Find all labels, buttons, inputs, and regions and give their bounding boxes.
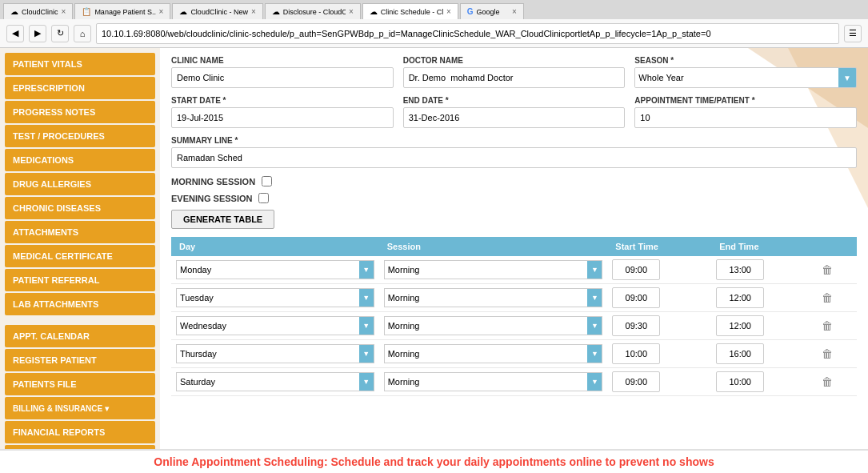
sidebar-item-drug-allergies[interactable]: DRUG ALLERGIES: [5, 173, 155, 195]
season-select-arrow: ▼: [838, 68, 856, 87]
tab-close[interactable]: ×: [62, 7, 66, 16]
clinic-name-input[interactable]: [171, 67, 394, 88]
doctor-name-group: DOCTOR NAME: [403, 56, 626, 88]
delete-row-button[interactable]: 🗑: [820, 290, 834, 306]
day-select-wrapper: MondayTuesdayWednesdayThursdayFridaySatu…: [176, 372, 374, 391]
tab-close[interactable]: ×: [159, 7, 164, 16]
sidebar-item-test-procedures[interactable]: TEST / PROCEDURES: [5, 125, 155, 147]
day-select[interactable]: MondayTuesdayWednesdayThursdayFridaySatu…: [177, 261, 359, 279]
evening-session-checkbox[interactable]: [258, 193, 269, 203]
sidebar-item-medications[interactable]: MEDICATIONS: [5, 149, 155, 171]
doctor-name-label: DOCTOR NAME: [403, 56, 626, 65]
day-cell: MondayTuesdayWednesdayThursdayFridaySatu…: [171, 284, 379, 312]
start-time-cell: [607, 256, 711, 284]
end-date-group: END DATE *: [403, 96, 626, 128]
day-select-wrapper: MondayTuesdayWednesdayThursdayFridaySatu…: [176, 344, 374, 363]
col-actions: [815, 237, 857, 256]
tab-close[interactable]: ×: [512, 7, 517, 16]
start-time-input[interactable]: [612, 343, 660, 364]
sidebar-item-lab-attachments[interactable]: LAB ATTACHMENTS: [5, 293, 155, 315]
settings-button[interactable]: ☰: [844, 25, 862, 42]
session-select-wrapper: MorningEvening ▼: [384, 288, 603, 307]
form-row-1: CLINIC NAME DOCTOR NAME SEASON * Whole Y…: [171, 56, 857, 88]
refresh-button[interactable]: ↻: [51, 25, 69, 42]
table-header: Day Session Start Time End Time: [171, 237, 857, 256]
end-date-label: END DATE *: [403, 96, 626, 105]
clinic-name-group: CLINIC NAME: [171, 56, 394, 88]
start-time-input[interactable]: [612, 315, 660, 336]
table-row: MondayTuesdayWednesdayThursdayFridaySatu…: [171, 368, 857, 396]
sidebar-item-financial-reports[interactable]: FINANCIAL REPORTS: [5, 421, 155, 443]
browser-chrome: ☁ CloudClinic × 📋 Manage Patient S... × …: [0, 0, 868, 48]
morning-session-row: MORNING SESSION: [171, 176, 857, 186]
tab-label: Clinic Schedule - Cloud...: [381, 8, 443, 16]
delete-row-button[interactable]: 🗑: [820, 346, 834, 362]
session-select[interactable]: MorningEvening: [385, 345, 588, 363]
day-select[interactable]: MondayTuesdayWednesdayThursdayFridaySatu…: [177, 345, 359, 363]
day-select[interactable]: MondayTuesdayWednesdayThursdayFridaySatu…: [177, 373, 359, 391]
tab-cloudclinic[interactable]: ☁ CloudClinic ×: [3, 3, 73, 19]
sidebar-item-medical-certificate[interactable]: MEDICAL CERTIFICATE: [5, 245, 155, 267]
season-select[interactable]: Whole Year Summer Winter Ramadan: [635, 68, 838, 87]
doctor-name-input[interactable]: [403, 67, 626, 88]
end-time-input[interactable]: [716, 315, 764, 336]
col-session: Session: [379, 237, 608, 256]
end-date-input[interactable]: [403, 107, 626, 128]
sidebar-item-attachments[interactable]: ATTACHMENTS: [5, 221, 155, 243]
start-time-cell: [607, 340, 711, 368]
session-cell: MorningEvening ▼: [379, 312, 608, 340]
sidebar-item-billing-insurance[interactable]: BILLING & INSURANCE ▾: [5, 397, 155, 419]
summary-line-input[interactable]: [171, 147, 857, 168]
session-select[interactable]: MorningEvening: [385, 317, 588, 335]
tab-close[interactable]: ×: [251, 7, 256, 16]
end-time-input[interactable]: [716, 287, 764, 308]
tab-manage-patient[interactable]: 📋 Manage Patient S... ×: [74, 3, 170, 19]
tab-google[interactable]: G Google ×: [460, 3, 524, 19]
sidebar-item-appt-calendar[interactable]: APPT. CALENDAR: [5, 325, 155, 347]
tab-bar: ☁ CloudClinic × 📋 Manage Patient S... × …: [0, 0, 868, 19]
end-time-input[interactable]: [716, 343, 764, 364]
session-select-arrow: ▼: [587, 317, 602, 335]
tab-close[interactable]: ×: [446, 7, 451, 16]
tab-disclosure[interactable]: ☁ Disclosure - CloudClin... ×: [265, 3, 361, 19]
session-select[interactable]: MorningEvening: [385, 261, 588, 279]
day-select[interactable]: MondayTuesdayWednesdayThursdayFridaySatu…: [177, 317, 359, 335]
day-select[interactable]: MondayTuesdayWednesdayThursdayFridaySatu…: [177, 289, 359, 307]
tab-cloudclinic-new[interactable]: ☁ CloudClinic - New ×: [172, 3, 262, 19]
end-time-input[interactable]: [716, 259, 764, 280]
tab-label: Manage Patient S...: [94, 8, 155, 16]
banner-description: Schedule and track your daily appointmen…: [330, 455, 714, 468]
delete-cell: 🗑: [815, 284, 857, 312]
morning-session-checkbox[interactable]: [262, 176, 272, 186]
sidebar-item-patient-referral[interactable]: PATIENT REFERRAL: [5, 269, 155, 291]
session-cell: MorningEvening ▼: [379, 340, 608, 368]
session-select[interactable]: MorningEvening: [385, 289, 588, 307]
tab-clinic-schedule[interactable]: ☁ Clinic Schedule - Cloud... ×: [362, 3, 458, 19]
sidebar-item-progress-notes[interactable]: PROGRESS NOTES: [5, 101, 155, 123]
sidebar-item-register-patient[interactable]: REGISTER PATIENT: [5, 349, 155, 371]
start-time-input[interactable]: [612, 371, 660, 392]
start-time-input[interactable]: [612, 287, 660, 308]
content-area: CLINIC NAME DOCTOR NAME SEASON * Whole Y…: [160, 48, 868, 473]
start-time-input[interactable]: [612, 259, 660, 280]
tab-favicon: ☁: [10, 7, 18, 16]
sidebar-item-eprescription[interactable]: EPRESCRIPTION: [5, 77, 155, 99]
back-button[interactable]: ◀: [6, 25, 24, 42]
sidebar-item-patients-file[interactable]: PATIENTS FILE: [5, 373, 155, 395]
end-time-input[interactable]: [716, 371, 764, 392]
tab-close[interactable]: ×: [349, 7, 354, 16]
session-select[interactable]: MorningEvening: [385, 373, 588, 391]
sidebar-item-chronic-diseases[interactable]: CHRONIC DISEASES: [5, 197, 155, 219]
delete-row-button[interactable]: 🗑: [820, 374, 834, 390]
day-cell: MondayTuesdayWednesdayThursdayFridaySatu…: [171, 256, 379, 284]
home-button[interactable]: ⌂: [74, 25, 91, 42]
generate-table-button[interactable]: GENERATE TABLE: [171, 210, 274, 229]
appt-time-input[interactable]: [634, 107, 857, 128]
tab-favicon: 📋: [82, 7, 91, 16]
address-bar[interactable]: [96, 23, 839, 44]
sidebar-item-patient-vitals[interactable]: PATIENT VITALS: [5, 53, 155, 75]
start-date-input[interactable]: [171, 107, 394, 128]
delete-row-button[interactable]: 🗑: [820, 318, 834, 334]
delete-row-button[interactable]: 🗑: [820, 262, 834, 278]
forward-button[interactable]: ▶: [29, 25, 46, 42]
